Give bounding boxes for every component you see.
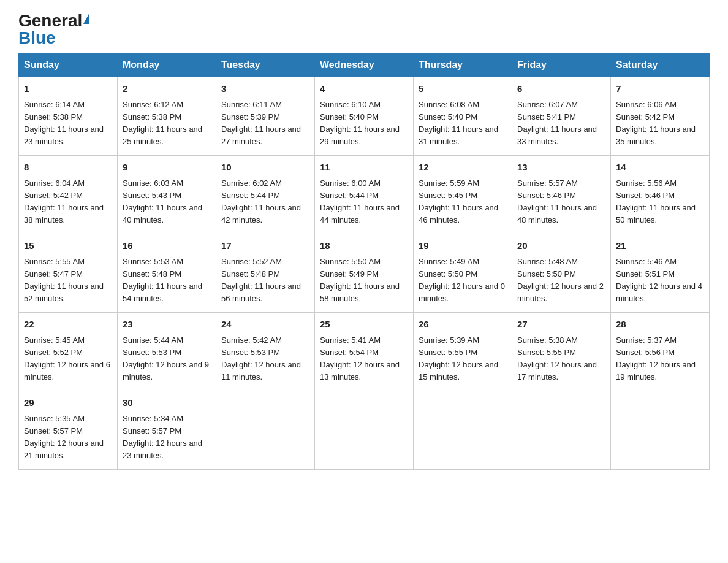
day-number: 6: [517, 82, 605, 96]
day-number: 27: [517, 318, 605, 332]
day-info: Sunrise: 5:48 AMSunset: 5:50 PMDaylight:…: [517, 256, 605, 305]
day-info: Sunrise: 6:02 AMSunset: 5:44 PMDaylight:…: [221, 177, 309, 227]
calendar-day-cell: 5Sunrise: 6:08 AMSunset: 5:40 PMDaylight…: [414, 77, 512, 156]
day-info: Sunrise: 5:42 AMSunset: 5:53 PMDaylight:…: [221, 334, 309, 384]
calendar-body: 1Sunrise: 6:14 AMSunset: 5:38 PMDaylight…: [19, 77, 710, 470]
logo-text-blue: Blue: [18, 29, 56, 47]
calendar-day-cell: [315, 391, 414, 470]
day-number: 28: [616, 318, 704, 332]
calendar-day-cell: 21Sunrise: 5:46 AMSunset: 5:51 PMDayligh…: [611, 234, 710, 313]
day-number: 7: [616, 82, 704, 96]
calendar-day-cell: 2Sunrise: 6:12 AMSunset: 5:38 PMDaylight…: [118, 77, 216, 156]
day-info: Sunrise: 6:06 AMSunset: 5:42 PMDaylight:…: [616, 99, 704, 148]
day-number: 4: [320, 82, 408, 96]
day-info: Sunrise: 5:55 AMSunset: 5:47 PMDaylight:…: [24, 256, 112, 305]
day-number: 9: [123, 161, 211, 175]
day-info: Sunrise: 6:14 AMSunset: 5:38 PMDaylight:…: [24, 99, 112, 148]
day-info: Sunrise: 5:34 AMSunset: 5:57 PMDaylight:…: [123, 413, 211, 462]
calendar-day-cell: 28Sunrise: 5:37 AMSunset: 5:56 PMDayligh…: [611, 313, 710, 391]
calendar-day-cell: 9Sunrise: 6:03 AMSunset: 5:43 PMDaylight…: [118, 156, 216, 234]
calendar-day-cell: [611, 391, 710, 470]
calendar-day-cell: 22Sunrise: 5:45 AMSunset: 5:52 PMDayligh…: [19, 313, 118, 391]
day-number: 22: [24, 318, 112, 332]
day-number: 19: [419, 239, 507, 253]
calendar-day-cell: [512, 391, 611, 470]
calendar-day-cell: 18Sunrise: 5:50 AMSunset: 5:49 PMDayligh…: [315, 234, 414, 313]
calendar-day-cell: 3Sunrise: 6:11 AMSunset: 5:39 PMDaylight…: [216, 77, 315, 156]
weekday-header-monday: Monday: [118, 53, 216, 77]
logo: General Blue: [18, 12, 89, 47]
day-info: Sunrise: 6:10 AMSunset: 5:40 PMDaylight:…: [320, 99, 408, 148]
day-info: Sunrise: 6:08 AMSunset: 5:40 PMDaylight:…: [419, 99, 507, 148]
day-info: Sunrise: 5:35 AMSunset: 5:57 PMDaylight:…: [24, 413, 112, 462]
day-number: 15: [24, 239, 112, 253]
calendar-day-cell: 27Sunrise: 5:38 AMSunset: 5:55 PMDayligh…: [512, 313, 611, 391]
calendar-week-row: 15Sunrise: 5:55 AMSunset: 5:47 PMDayligh…: [19, 234, 710, 313]
day-number: 30: [123, 396, 211, 410]
day-info: Sunrise: 5:37 AMSunset: 5:56 PMDaylight:…: [616, 334, 704, 384]
calendar-day-cell: 13Sunrise: 5:57 AMSunset: 5:46 PMDayligh…: [512, 156, 611, 234]
calendar-day-cell: 14Sunrise: 5:56 AMSunset: 5:46 PMDayligh…: [611, 156, 710, 234]
calendar-week-row: 1Sunrise: 6:14 AMSunset: 5:38 PMDaylight…: [19, 77, 710, 156]
day-info: Sunrise: 5:59 AMSunset: 5:45 PMDaylight:…: [419, 177, 507, 227]
day-info: Sunrise: 5:38 AMSunset: 5:55 PMDaylight:…: [517, 334, 605, 384]
day-number: 24: [221, 318, 309, 332]
day-number: 14: [616, 161, 704, 175]
day-info: Sunrise: 5:46 AMSunset: 5:51 PMDaylight:…: [616, 256, 704, 305]
calendar-day-cell: 24Sunrise: 5:42 AMSunset: 5:53 PMDayligh…: [216, 313, 315, 391]
day-info: Sunrise: 5:41 AMSunset: 5:54 PMDaylight:…: [320, 334, 408, 384]
calendar-day-cell: 29Sunrise: 5:35 AMSunset: 5:57 PMDayligh…: [19, 391, 118, 470]
calendar-week-row: 8Sunrise: 6:04 AMSunset: 5:42 PMDaylight…: [19, 156, 710, 234]
day-info: Sunrise: 5:52 AMSunset: 5:48 PMDaylight:…: [221, 256, 309, 305]
day-number: 2: [123, 82, 211, 96]
calendar-day-cell: 19Sunrise: 5:49 AMSunset: 5:50 PMDayligh…: [414, 234, 512, 313]
logo-text-general: General: [18, 12, 82, 29]
day-info: Sunrise: 5:56 AMSunset: 5:46 PMDaylight:…: [616, 177, 704, 227]
calendar-day-cell: 15Sunrise: 5:55 AMSunset: 5:47 PMDayligh…: [19, 234, 118, 313]
day-number: 26: [419, 318, 507, 332]
calendar-week-row: 29Sunrise: 5:35 AMSunset: 5:57 PMDayligh…: [19, 391, 710, 470]
calendar-day-cell: 17Sunrise: 5:52 AMSunset: 5:48 PMDayligh…: [216, 234, 315, 313]
calendar-day-cell: 10Sunrise: 6:02 AMSunset: 5:44 PMDayligh…: [216, 156, 315, 234]
day-info: Sunrise: 5:39 AMSunset: 5:55 PMDaylight:…: [419, 334, 507, 384]
weekday-header-row: SundayMondayTuesdayWednesdayThursdayFrid…: [19, 53, 710, 77]
weekday-header-friday: Friday: [512, 53, 611, 77]
day-info: Sunrise: 6:07 AMSunset: 5:41 PMDaylight:…: [517, 99, 605, 148]
day-info: Sunrise: 6:04 AMSunset: 5:42 PMDaylight:…: [24, 177, 112, 227]
day-info: Sunrise: 6:11 AMSunset: 5:39 PMDaylight:…: [221, 99, 309, 148]
day-number: 21: [616, 239, 704, 253]
day-info: Sunrise: 6:12 AMSunset: 5:38 PMDaylight:…: [123, 99, 211, 148]
calendar-day-cell: 25Sunrise: 5:41 AMSunset: 5:54 PMDayligh…: [315, 313, 414, 391]
page-header: General Blue: [18, 12, 710, 47]
calendar-day-cell: 30Sunrise: 5:34 AMSunset: 5:57 PMDayligh…: [118, 391, 216, 470]
day-number: 20: [517, 239, 605, 253]
weekday-header-saturday: Saturday: [611, 53, 710, 77]
calendar-day-cell: 16Sunrise: 5:53 AMSunset: 5:48 PMDayligh…: [118, 234, 216, 313]
day-number: 10: [221, 161, 309, 175]
day-number: 1: [24, 82, 112, 96]
calendar-table: SundayMondayTuesdayWednesdayThursdayFrid…: [18, 53, 710, 470]
day-info: Sunrise: 6:03 AMSunset: 5:43 PMDaylight:…: [123, 177, 211, 227]
calendar-header: SundayMondayTuesdayWednesdayThursdayFrid…: [19, 53, 710, 77]
day-number: 11: [320, 161, 408, 175]
calendar-day-cell: 23Sunrise: 5:44 AMSunset: 5:53 PMDayligh…: [118, 313, 216, 391]
calendar-day-cell: 12Sunrise: 5:59 AMSunset: 5:45 PMDayligh…: [414, 156, 512, 234]
day-info: Sunrise: 5:44 AMSunset: 5:53 PMDaylight:…: [123, 334, 211, 384]
day-info: Sunrise: 5:45 AMSunset: 5:52 PMDaylight:…: [24, 334, 112, 384]
calendar-day-cell: [414, 391, 512, 470]
calendar-day-cell: [216, 391, 315, 470]
day-number: 25: [320, 318, 408, 332]
day-number: 8: [24, 161, 112, 175]
calendar-day-cell: 4Sunrise: 6:10 AMSunset: 5:40 PMDaylight…: [315, 77, 414, 156]
day-number: 17: [221, 239, 309, 253]
day-number: 3: [221, 82, 309, 96]
calendar-day-cell: 7Sunrise: 6:06 AMSunset: 5:42 PMDaylight…: [611, 77, 710, 156]
day-info: Sunrise: 5:53 AMSunset: 5:48 PMDaylight:…: [123, 256, 211, 305]
day-number: 13: [517, 161, 605, 175]
weekday-header-sunday: Sunday: [19, 53, 118, 77]
day-number: 23: [123, 318, 211, 332]
day-number: 18: [320, 239, 408, 253]
day-number: 16: [123, 239, 211, 253]
day-number: 5: [419, 82, 507, 96]
weekday-header-wednesday: Wednesday: [315, 53, 414, 77]
